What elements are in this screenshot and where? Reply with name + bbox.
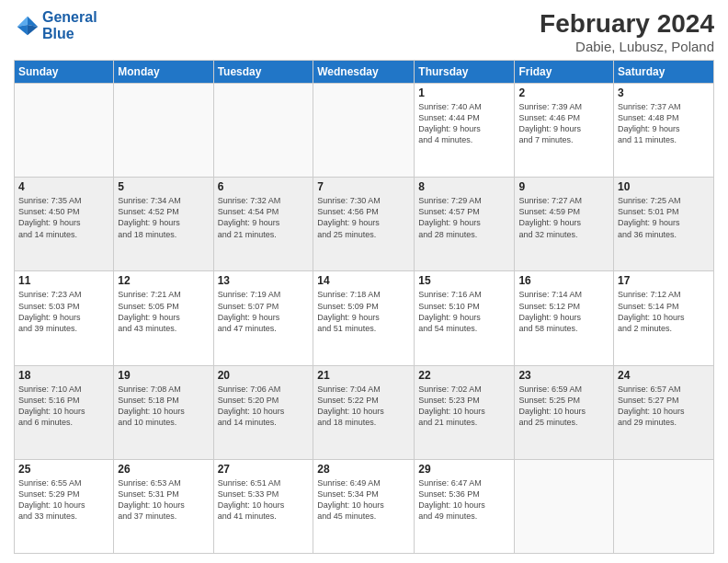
- day-info: Sunrise: 7:14 AM Sunset: 5:12 PM Dayligh…: [518, 289, 609, 334]
- day-number: 21: [317, 369, 410, 382]
- day-info: Sunrise: 7:08 AM Sunset: 5:18 PM Dayligh…: [118, 384, 209, 429]
- logo: General Blue: [14, 9, 97, 41]
- calendar-cell: 20Sunrise: 7:06 AM Sunset: 5:20 PM Dayli…: [213, 365, 313, 459]
- svg-marker-2: [17, 16, 28, 26]
- calendar-cell: [614, 459, 714, 553]
- day-info: Sunrise: 7:04 AM Sunset: 5:22 PM Dayligh…: [317, 384, 410, 429]
- day-info: Sunrise: 7:21 AM Sunset: 5:05 PM Dayligh…: [118, 289, 209, 334]
- calendar-cell: [313, 84, 415, 178]
- day-number: 9: [518, 180, 609, 193]
- calendar-cell: 18Sunrise: 7:10 AM Sunset: 5:16 PM Dayli…: [15, 365, 114, 459]
- calendar-title: February 2024: [540, 9, 714, 39]
- logo-icon: [14, 13, 40, 39]
- calendar-cell: 11Sunrise: 7:23 AM Sunset: 5:03 PM Dayli…: [15, 271, 114, 365]
- day-number: 13: [218, 274, 310, 287]
- day-info: Sunrise: 7:16 AM Sunset: 5:10 PM Dayligh…: [418, 289, 510, 334]
- calendar-cell: 26Sunrise: 6:53 AM Sunset: 5:31 PM Dayli…: [114, 459, 213, 553]
- day-info: Sunrise: 6:55 AM Sunset: 5:29 PM Dayligh…: [18, 477, 109, 523]
- day-info: Sunrise: 7:12 AM Sunset: 5:14 PM Dayligh…: [618, 289, 710, 334]
- calendar-cell: 7Sunrise: 7:30 AM Sunset: 4:56 PM Daylig…: [313, 178, 415, 271]
- calendar-cell: 22Sunrise: 7:02 AM Sunset: 5:23 PM Dayli…: [415, 365, 515, 459]
- logo-text-line2: Blue: [42, 26, 97, 42]
- calendar-table: SundayMondayTuesdayWednesdayThursdayFrid…: [14, 60, 714, 554]
- title-block: February 2024 Dabie, Lubusz, Poland: [540, 9, 714, 54]
- calendar-cell: 14Sunrise: 7:18 AM Sunset: 5:09 PM Dayli…: [313, 271, 415, 365]
- calendar-cell: 10Sunrise: 7:25 AM Sunset: 5:01 PM Dayli…: [614, 178, 714, 271]
- calendar-cell: 17Sunrise: 7:12 AM Sunset: 5:14 PM Dayli…: [614, 271, 714, 365]
- day-info: Sunrise: 7:06 AM Sunset: 5:20 PM Dayligh…: [218, 384, 310, 429]
- weekday-header-wednesday: Wednesday: [313, 61, 415, 84]
- day-number: 26: [118, 463, 209, 476]
- day-number: 1: [418, 86, 510, 99]
- day-number: 3: [618, 86, 710, 99]
- week-row-5: 25Sunrise: 6:55 AM Sunset: 5:29 PM Dayli…: [15, 459, 714, 553]
- calendar-cell: 28Sunrise: 6:49 AM Sunset: 5:34 PM Dayli…: [313, 459, 415, 553]
- weekday-header-friday: Friday: [515, 61, 614, 84]
- day-number: 4: [18, 180, 109, 193]
- day-info: Sunrise: 7:30 AM Sunset: 4:56 PM Dayligh…: [317, 195, 410, 240]
- day-number: 27: [218, 463, 310, 476]
- day-number: 25: [18, 463, 109, 476]
- calendar-cell: 12Sunrise: 7:21 AM Sunset: 5:05 PM Dayli…: [114, 271, 213, 365]
- day-info: Sunrise: 7:29 AM Sunset: 4:57 PM Dayligh…: [418, 195, 510, 240]
- weekday-header-row: SundayMondayTuesdayWednesdayThursdayFrid…: [15, 61, 714, 84]
- day-number: 11: [18, 274, 109, 287]
- calendar-cell: 5Sunrise: 7:34 AM Sunset: 4:52 PM Daylig…: [114, 178, 213, 271]
- day-info: Sunrise: 6:49 AM Sunset: 5:34 PM Dayligh…: [317, 477, 410, 523]
- day-info: Sunrise: 6:53 AM Sunset: 5:31 PM Dayligh…: [118, 477, 209, 523]
- day-number: 2: [518, 86, 609, 99]
- day-number: 12: [118, 274, 209, 287]
- day-number: 6: [218, 180, 310, 193]
- weekday-header-thursday: Thursday: [415, 61, 515, 84]
- day-info: Sunrise: 7:39 AM Sunset: 4:46 PM Dayligh…: [518, 101, 609, 146]
- day-number: 18: [18, 369, 109, 382]
- day-number: 28: [317, 463, 410, 476]
- weekday-header-monday: Monday: [114, 61, 213, 84]
- day-info: Sunrise: 6:47 AM Sunset: 5:36 PM Dayligh…: [418, 477, 510, 523]
- weekday-header-tuesday: Tuesday: [213, 61, 313, 84]
- calendar-cell: [15, 84, 114, 178]
- weekday-header-sunday: Sunday: [15, 61, 114, 84]
- calendar-cell: 1Sunrise: 7:40 AM Sunset: 4:44 PM Daylig…: [415, 84, 515, 178]
- calendar-cell: 29Sunrise: 6:47 AM Sunset: 5:36 PM Dayli…: [415, 459, 515, 553]
- calendar-cell: 27Sunrise: 6:51 AM Sunset: 5:33 PM Dayli…: [213, 459, 313, 553]
- svg-marker-3: [17, 25, 28, 35]
- calendar-cell: 23Sunrise: 6:59 AM Sunset: 5:25 PM Dayli…: [515, 365, 614, 459]
- day-info: Sunrise: 6:57 AM Sunset: 5:27 PM Dayligh…: [618, 384, 710, 429]
- day-number: 29: [418, 463, 510, 476]
- day-info: Sunrise: 7:34 AM Sunset: 4:52 PM Dayligh…: [118, 195, 209, 240]
- day-info: Sunrise: 7:18 AM Sunset: 5:09 PM Dayligh…: [317, 289, 410, 334]
- calendar-cell: 9Sunrise: 7:27 AM Sunset: 4:59 PM Daylig…: [515, 178, 614, 271]
- calendar-cell: [114, 84, 213, 178]
- svg-marker-1: [28, 25, 38, 35]
- calendar-cell: 8Sunrise: 7:29 AM Sunset: 4:57 PM Daylig…: [415, 178, 515, 271]
- week-row-4: 18Sunrise: 7:10 AM Sunset: 5:16 PM Dayli…: [15, 365, 714, 459]
- calendar-cell: 19Sunrise: 7:08 AM Sunset: 5:18 PM Dayli…: [114, 365, 213, 459]
- day-number: 17: [618, 274, 710, 287]
- day-info: Sunrise: 7:25 AM Sunset: 5:01 PM Dayligh…: [618, 195, 710, 240]
- calendar-cell: 4Sunrise: 7:35 AM Sunset: 4:50 PM Daylig…: [15, 178, 114, 271]
- day-number: 20: [218, 369, 310, 382]
- week-row-1: 1Sunrise: 7:40 AM Sunset: 4:44 PM Daylig…: [15, 84, 714, 178]
- day-info: Sunrise: 7:27 AM Sunset: 4:59 PM Dayligh…: [518, 195, 609, 240]
- calendar-cell: 3Sunrise: 7:37 AM Sunset: 4:48 PM Daylig…: [614, 84, 714, 178]
- day-number: 15: [418, 274, 510, 287]
- svg-marker-0: [28, 16, 38, 26]
- calendar-cell: 15Sunrise: 7:16 AM Sunset: 5:10 PM Dayli…: [415, 271, 515, 365]
- calendar-cell: 16Sunrise: 7:14 AM Sunset: 5:12 PM Dayli…: [515, 271, 614, 365]
- day-number: 5: [118, 180, 209, 193]
- week-row-2: 4Sunrise: 7:35 AM Sunset: 4:50 PM Daylig…: [15, 178, 714, 271]
- day-info: Sunrise: 7:19 AM Sunset: 5:07 PM Dayligh…: [218, 289, 310, 334]
- day-number: 23: [518, 369, 609, 382]
- day-number: 14: [317, 274, 410, 287]
- week-row-3: 11Sunrise: 7:23 AM Sunset: 5:03 PM Dayli…: [15, 271, 714, 365]
- day-info: Sunrise: 7:40 AM Sunset: 4:44 PM Dayligh…: [418, 101, 510, 146]
- day-info: Sunrise: 7:10 AM Sunset: 5:16 PM Dayligh…: [18, 384, 109, 429]
- calendar-cell: 2Sunrise: 7:39 AM Sunset: 4:46 PM Daylig…: [515, 84, 614, 178]
- day-info: Sunrise: 7:23 AM Sunset: 5:03 PM Dayligh…: [18, 289, 109, 334]
- calendar-cell: 21Sunrise: 7:04 AM Sunset: 5:22 PM Dayli…: [313, 365, 415, 459]
- day-number: 8: [418, 180, 510, 193]
- weekday-header-saturday: Saturday: [614, 61, 714, 84]
- day-number: 16: [518, 274, 609, 287]
- day-info: Sunrise: 6:59 AM Sunset: 5:25 PM Dayligh…: [518, 384, 609, 429]
